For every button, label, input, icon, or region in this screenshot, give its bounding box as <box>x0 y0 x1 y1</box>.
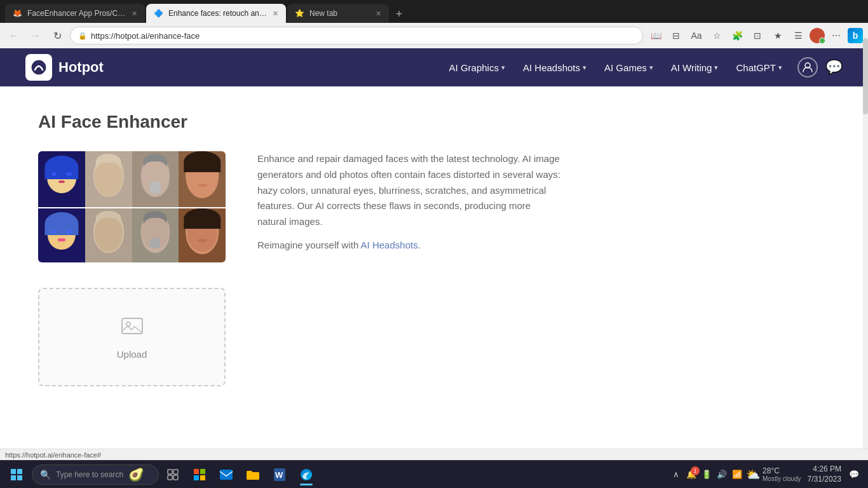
ai-headshots-link[interactable]: AI Headshots <box>361 240 418 250</box>
taskbar: 🔍 Type here to search 🥑 <box>0 460 868 488</box>
mail-app[interactable] <box>214 463 239 487</box>
nav-label-ai-headshots: AI Headshots <box>523 62 580 73</box>
face-cell-old-man-1 <box>85 151 132 207</box>
svg-rect-6 <box>11 475 16 480</box>
nav-item-ai-graphics[interactable]: AI Graphics ▾ <box>442 57 513 78</box>
chevron-down-icon-ai-graphics: ▾ <box>501 64 505 72</box>
svg-rect-2 <box>122 318 142 334</box>
nav-label-ai-writing: AI Writing <box>671 62 712 73</box>
weather-temp: 28°C <box>763 466 801 475</box>
time-display: 4:26 PM <box>808 464 841 475</box>
tab-favicon-active: 🔷 <box>154 9 163 18</box>
browser-chrome: 🦊 FaceEnhancer App Pros/Cons, N... ✕ 🔷 E… <box>0 0 868 48</box>
reading-view-icon[interactable]: 📖 <box>647 27 665 44</box>
tab-new[interactable]: ⭐ New tab ✕ <box>287 4 389 23</box>
nav-item-ai-games[interactable]: AI Games ▾ <box>597 57 661 78</box>
bookmarks-icon[interactable]: ★ <box>769 27 787 44</box>
split-screen-icon[interactable]: ⊟ <box>667 27 685 44</box>
tab-favicon-new: ⭐ <box>295 9 304 18</box>
scroll-thumb <box>863 38 868 114</box>
task-view-button[interactable] <box>160 463 186 487</box>
weather-cloud-icon: ⛅ <box>746 468 760 482</box>
taskbar-search-bar[interactable]: 🔍 Type here to search 🥑 <box>32 464 159 485</box>
tab-enhance-faces[interactable]: 🔷 Enhance faces: retouch and repa... ✕ <box>146 4 286 23</box>
face-cell-old-man-2 <box>85 208 132 263</box>
file-explorer-app[interactable] <box>240 463 266 487</box>
notification-center[interactable]: 💬 <box>848 468 860 481</box>
face-cell-anime-2 <box>38 208 85 263</box>
description-paragraph-1: Enhance and repair damaged faces with th… <box>257 151 562 230</box>
tab-close-btn-active[interactable]: ✕ <box>273 10 278 18</box>
svg-point-0 <box>32 60 46 74</box>
status-bar: https://hotpot.ai/enhance-face# <box>0 449 868 460</box>
scrollbar[interactable] <box>863 38 868 460</box>
address-text: https://hotpot.ai/enhance-face <box>91 31 635 41</box>
speaker-icon[interactable]: 🔊 <box>715 468 728 481</box>
collections-icon[interactable]: ☰ <box>789 27 807 44</box>
sidebar-icon[interactable]: ⊡ <box>749 27 766 44</box>
description: Enhance and repair damaged faces with th… <box>257 151 562 261</box>
weather-widget[interactable]: ⛅ 28°C Mostly cloudy <box>746 466 801 482</box>
svg-rect-13 <box>200 469 205 474</box>
edge-copilot-button[interactable]: b <box>848 28 863 43</box>
nav-links: AI Graphics ▾ AI Headshots ▾ AI Games ▾ … <box>442 57 843 78</box>
tab-favicon: 🦊 <box>13 9 22 18</box>
back-button[interactable]: ← <box>5 27 23 44</box>
start-button[interactable] <box>3 463 31 487</box>
wifi-icon[interactable]: 📶 <box>731 468 743 481</box>
period: . <box>418 240 421 250</box>
svg-rect-10 <box>168 475 172 480</box>
site-logo[interactable]: Hotpot <box>25 54 104 81</box>
word-app[interactable]: W <box>267 463 292 487</box>
avocado-icon: 🥑 <box>128 467 144 482</box>
description-paragraph-2: Reimagine yourself with AI Headshots. <box>257 238 562 254</box>
tab-label-new: New tab <box>309 9 337 18</box>
svg-rect-16 <box>220 470 233 480</box>
nav-item-ai-writing[interactable]: AI Writing ▾ <box>663 57 726 78</box>
extensions-icon[interactable]: 🧩 <box>728 27 746 44</box>
search-glass-icon: 🔍 <box>40 470 51 480</box>
user-profile-nav[interactable] <box>797 57 818 78</box>
toolbar-actions: 📖 ⊟ Aa ☆ 🧩 ⊡ ★ ☰ ⋯ b <box>647 27 863 44</box>
address-bar[interactable]: 🔒 https://hotpot.ai/enhance-face <box>70 27 643 44</box>
nav-label-ai-graphics: AI Graphics <box>449 62 499 73</box>
chevron-down-icon-ai-headshots: ▾ <box>583 64 587 72</box>
svg-rect-7 <box>17 475 22 480</box>
face-cell-young-woman <box>179 151 226 207</box>
show-hidden-icons[interactable]: ∧ <box>670 468 682 481</box>
chat-nav-icon[interactable]: 💬 <box>825 59 843 76</box>
face-cell-old-beard <box>132 151 179 207</box>
svg-rect-5 <box>17 469 22 474</box>
edge-app[interactable] <box>294 463 319 487</box>
tab-bar: 🦊 FaceEnhancer App Pros/Cons, N... ✕ 🔷 E… <box>0 0 868 23</box>
tab-close-btn[interactable]: ✕ <box>132 10 137 18</box>
favorite-icon[interactable]: ☆ <box>708 27 726 44</box>
svg-point-3 <box>126 322 130 326</box>
svg-rect-9 <box>173 470 178 474</box>
tab-close-btn-new[interactable]: ✕ <box>376 10 381 18</box>
refresh-button[interactable]: ↻ <box>48 27 66 44</box>
page-title: AI Face Enhancer <box>38 112 830 132</box>
new-tab-button[interactable]: + <box>390 5 408 23</box>
nav-item-ai-headshots[interactable]: AI Headshots ▾ <box>515 57 594 78</box>
status-url: https://hotpot.ai/enhance-face# <box>5 451 101 459</box>
logo-icon <box>25 54 52 81</box>
profile-button[interactable] <box>810 28 825 43</box>
svg-rect-12 <box>194 469 199 474</box>
nav-label-ai-games: AI Games <box>604 62 647 73</box>
nav-item-chatgpt[interactable]: ChatGPT ▾ <box>728 57 790 78</box>
svg-rect-14 <box>194 475 199 480</box>
nav-label-chatgpt: ChatGPT <box>736 62 776 73</box>
tab-faceenhancer[interactable]: 🦊 FaceEnhancer App Pros/Cons, N... ✕ <box>5 4 145 23</box>
forward-button[interactable]: → <box>27 27 44 44</box>
clock[interactable]: 4:26 PM 7/31/2023 <box>804 464 845 484</box>
more-menu-button[interactable]: ⋯ <box>827 27 845 44</box>
lock-icon: 🔒 <box>78 32 87 40</box>
font-icon[interactable]: Aa <box>688 27 705 44</box>
microsoft-store-app[interactable] <box>187 463 212 487</box>
notification-icon[interactable]: 🔔 <box>685 468 698 481</box>
face-grid-image <box>38 151 226 262</box>
upload-area[interactable]: Upload <box>38 288 226 386</box>
battery-icon[interactable]: 🔋 <box>700 468 713 481</box>
site-nav: Hotpot AI Graphics ▾ AI Headshots ▾ AI G… <box>0 48 868 86</box>
